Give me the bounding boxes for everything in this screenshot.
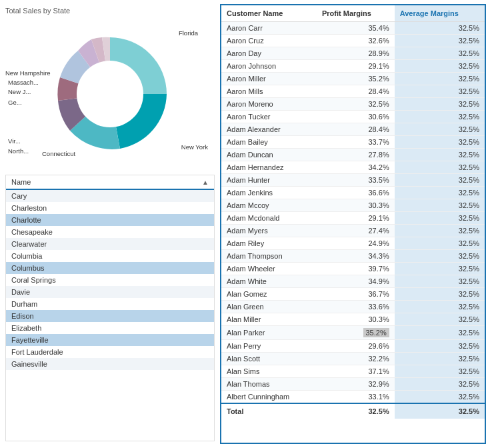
cell-customer-name: Aaron Moreno: [221, 98, 317, 111]
cell-profit: 37.1%: [317, 365, 395, 378]
cell-profit: 29.6%: [317, 340, 395, 353]
list-header: Name ▲: [6, 175, 214, 190]
list-item[interactable]: Charleston: [6, 202, 214, 214]
sort-icon[interactable]: ▲: [202, 179, 209, 186]
table-row: Aaron Mills28.4%32.5%: [221, 85, 485, 98]
cell-customer-name: Adam Wheeler: [221, 263, 317, 275]
cell-profit: 36.6%: [317, 187, 395, 199]
cell-profit: 34.9%: [317, 275, 395, 288]
cell-profit: 30.3%: [317, 313, 395, 326]
list-item[interactable]: Charlotte: [6, 214, 214, 226]
list-item[interactable]: Fort Lauderdale: [6, 346, 214, 358]
list-item[interactable]: Cary: [6, 190, 214, 202]
list-item[interactable]: Edison: [6, 310, 214, 322]
cell-customer-name: Adam Riley: [221, 237, 317, 250]
cell-customer-name: Adam Jenkins: [221, 187, 317, 199]
table-header-row: Customer Name Profit Margins Average Mar…: [221, 5, 485, 22]
table-row: Adam Myers27.4%32.5%: [221, 225, 485, 237]
col-customer-name: Customer Name: [221, 5, 317, 22]
cell-profit: 33.6%: [317, 301, 395, 313]
table-row: Aaron Cruz32.6%32.5%: [221, 35, 485, 47]
cell-customer-name: Alan Thomas: [221, 378, 317, 391]
cell-profit: 33.7%: [317, 136, 395, 149]
table-row: Alan Perry29.6%32.5%: [221, 340, 485, 353]
left-panel: Total Sales by State: [0, 0, 220, 448]
cell-profit: 29.1%: [317, 60, 395, 73]
table-row: Adam Riley24.9%32.5%: [221, 237, 485, 250]
list-item[interactable]: Durham: [6, 298, 214, 310]
table-row: Adam Wheeler39.7%32.5%: [221, 263, 485, 275]
cell-avg: 32.5%: [395, 136, 485, 149]
cell-customer-name: Aaron Tucker: [221, 111, 317, 123]
cell-avg: 32.5%: [395, 73, 485, 85]
list-item[interactable]: Columbus: [6, 262, 214, 274]
cell-customer-name: Alan Gomez: [221, 288, 317, 301]
table-row: Alan Green33.6%32.5%: [221, 301, 485, 313]
cell-customer-name: Adam Mccoy: [221, 199, 317, 212]
cell-customer-name: Aaron Johnson: [221, 60, 317, 73]
table-row: Adam Thompson34.3%32.5%: [221, 250, 485, 263]
cell-customer-name: Adam Hernandez: [221, 161, 317, 174]
table-row: Alan Sims37.1%32.5%: [221, 365, 485, 378]
list-item[interactable]: Fayetteville: [6, 334, 214, 346]
label-vir: Vir...: [8, 137, 21, 145]
table-row: Adam Hernandez34.2%32.5%: [221, 161, 485, 174]
list-item[interactable]: Clearwater: [6, 238, 214, 250]
cell-profit: 34.3%: [317, 250, 395, 263]
cell-customer-name: Alan Perry: [221, 340, 317, 353]
donut-hole: [77, 61, 143, 127]
data-table: Customer Name Profit Margins Average Mar…: [221, 5, 485, 419]
cell-customer-name: Aaron Day: [221, 47, 317, 60]
table-wrapper[interactable]: Customer Name Profit Margins Average Mar…: [221, 5, 485, 443]
cell-customer-name: Alan Sims: [221, 365, 317, 378]
cell-avg: 32.5%: [395, 98, 485, 111]
cell-customer-name: Alan Scott: [221, 353, 317, 365]
cell-customer-name: Adam Duncan: [221, 149, 317, 161]
cell-customer-name: Aaron Carr: [221, 22, 317, 35]
list-item[interactable]: Chesapeake: [6, 226, 214, 238]
cell-avg: 32.5%: [395, 263, 485, 275]
cell-profit: 35.2%: [317, 326, 395, 340]
cell-profit: 35.4%: [317, 22, 395, 35]
cell-customer-name: Adam Alexander: [221, 123, 317, 136]
table-row: Aaron Tucker30.6%32.5%: [221, 111, 485, 123]
cell-avg: 32.5%: [395, 111, 485, 123]
donut-chart: Florida New Hampshire Massach... New J..…: [5, 24, 215, 164]
list-body[interactable]: CaryCharlestonCharlotteChesapeakeClearwa…: [6, 190, 214, 441]
label-newyork: New York: [181, 143, 208, 151]
cell-profit: 30.3%: [317, 199, 395, 212]
table-row: Adam Mccoy30.3%32.5%: [221, 199, 485, 212]
chart-title: Total Sales by State: [5, 7, 215, 15]
list-item[interactable]: Columbia: [6, 250, 214, 262]
table-row: Adam Duncan27.8%32.5%: [221, 149, 485, 161]
table-row: Aaron Moreno32.5%32.5%: [221, 98, 485, 111]
cell-avg: 32.5%: [395, 212, 485, 225]
footer-avg: 32.5%: [395, 403, 485, 419]
table-row: Adam Bailey33.7%32.5%: [221, 136, 485, 149]
cell-profit: 30.6%: [317, 111, 395, 123]
list-item[interactable]: Elizabeth: [6, 322, 214, 334]
table-row: Adam Alexander28.4%32.5%: [221, 123, 485, 136]
cell-customer-name: Adam Hunter: [221, 174, 317, 187]
list-item[interactable]: Coral Springs: [6, 274, 214, 286]
cell-profit: 29.1%: [317, 212, 395, 225]
list-item[interactable]: Davie: [6, 286, 214, 298]
cell-customer-name: Adam Mcdonald: [221, 212, 317, 225]
table-row: Alan Thomas32.9%32.5%: [221, 378, 485, 391]
cell-avg: 32.5%: [395, 161, 485, 174]
cell-avg: 32.5%: [395, 340, 485, 353]
table-row: Albert Cunningham33.1%32.5%: [221, 391, 485, 404]
table-row: Aaron Johnson29.1%32.5%: [221, 60, 485, 73]
right-panel: Customer Name Profit Margins Average Mar…: [220, 4, 486, 444]
cell-avg: 32.5%: [395, 174, 485, 187]
table-body: Aaron Carr35.4%32.5%Aaron Cruz32.6%32.5%…: [221, 22, 485, 404]
cell-profit: 32.5%: [317, 98, 395, 111]
cell-avg: 32.5%: [395, 60, 485, 73]
table-row: Alan Scott32.2%32.5%: [221, 353, 485, 365]
cell-customer-name: Aaron Mills: [221, 85, 317, 98]
cell-profit: 34.2%: [317, 161, 395, 174]
cell-customer-name: Adam Thompson: [221, 250, 317, 263]
list-item[interactable]: Gainesville: [6, 358, 214, 370]
label-north: North...: [8, 147, 29, 155]
cell-profit: 28.4%: [317, 85, 395, 98]
